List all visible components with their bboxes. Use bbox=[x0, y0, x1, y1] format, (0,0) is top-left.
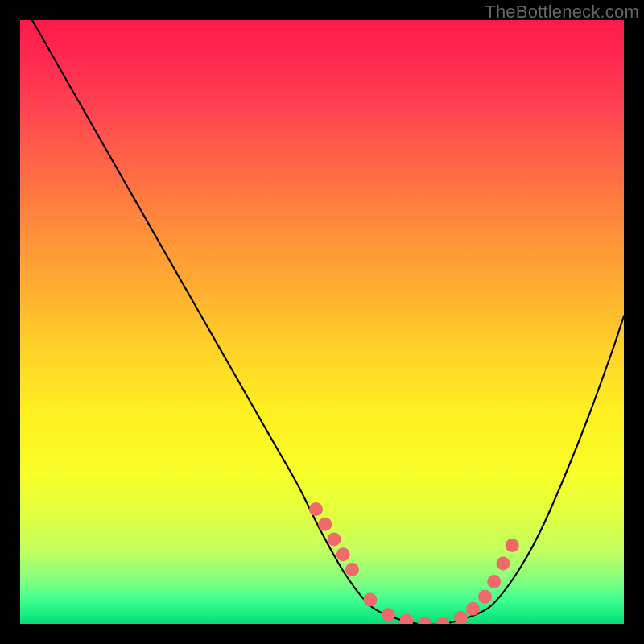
highlight-dot bbox=[436, 617, 450, 625]
highlight-dot bbox=[318, 518, 332, 531]
highlight-dot bbox=[328, 533, 341, 547]
bottleneck-curve bbox=[32, 20, 624, 624]
plot-area bbox=[20, 20, 624, 624]
highlight-dot bbox=[309, 502, 323, 516]
highlight-dot bbox=[487, 575, 501, 588]
highlight-dot bbox=[506, 539, 519, 552]
chart-container: TheBottleneck.com bbox=[0, 0, 644, 644]
highlight-dot bbox=[497, 557, 510, 571]
highlight-dot bbox=[382, 608, 395, 621]
highlight-dot bbox=[364, 593, 378, 607]
highlight-dot bbox=[478, 590, 492, 604]
curve-svg bbox=[20, 20, 624, 624]
highlight-dot bbox=[400, 614, 414, 624]
highlight-dots bbox=[309, 502, 519, 624]
highlight-dot bbox=[454, 611, 468, 624]
highlight-dot bbox=[466, 602, 480, 616]
highlight-dot bbox=[336, 547, 350, 561]
highlight-dot bbox=[345, 563, 359, 576]
highlight-dot bbox=[418, 617, 431, 625]
